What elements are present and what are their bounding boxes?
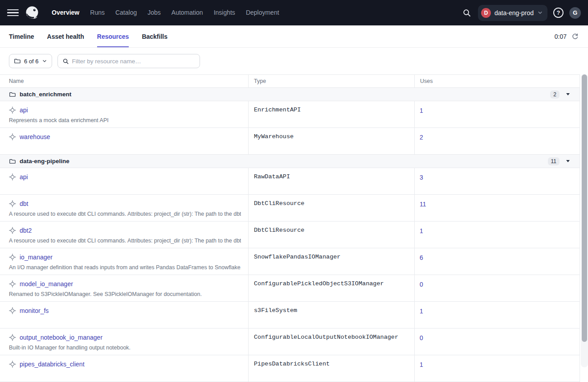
nav-item-overview[interactable]: Overview [46, 0, 85, 25]
nav-item-catalog[interactable]: Catalog [110, 0, 142, 25]
resource-row-monitor-fs: monitor_fss3FileSystem1 [0, 302, 580, 329]
hamburger-menu-icon[interactable] [7, 7, 19, 19]
name-cell: io_managerAn I/O manager definition that… [0, 248, 248, 275]
scrollbar-thumb[interactable] [582, 74, 587, 342]
tab-backfills[interactable]: Backfills [142, 25, 167, 47]
resource-name-link[interactable]: io_manager [20, 254, 53, 261]
table-header: Name Type Uses [0, 75, 580, 88]
resource-search-field [57, 54, 200, 68]
resource-icon [9, 280, 16, 288]
uses-count-link[interactable]: 0 [420, 334, 423, 341]
resource-row-output-notebook-io-manager: output_notebook_io_managerBuilt-in IO Ma… [0, 329, 580, 355]
search-icon [62, 58, 69, 65]
resource-name-link[interactable]: pipes_databricks_client [20, 361, 85, 368]
resource-description: An I/O manager definition that reads inp… [9, 264, 241, 271]
folder-icon [9, 158, 16, 165]
group-label: data-eng-pipeline [20, 158, 69, 164]
resource-name-link[interactable]: output_notebook_io_manager [20, 334, 102, 341]
collapse-caret-icon[interactable] [566, 93, 570, 95]
uses-count-link[interactable]: 1 [420, 361, 423, 368]
resource-row-io-manager: io_managerAn I/O manager definition that… [0, 248, 580, 275]
resource-row-api: apiRepresents a mock data enrichment API… [0, 101, 580, 128]
column-header-name: Name [0, 75, 248, 87]
resource-icon [9, 361, 16, 368]
resource-search-input[interactable] [72, 58, 195, 65]
uses-count-link[interactable]: 11 [420, 201, 426, 208]
resource-icon [9, 107, 16, 114]
deployment-initial-badge: D [481, 8, 491, 18]
name-cell: model_io_managerRenamed to S3PickleIOMan… [0, 275, 248, 301]
nav-item-jobs[interactable]: Jobs [142, 0, 166, 25]
type-cell: MyWarehouse [248, 128, 414, 154]
type-cell: DbtCliResource [248, 222, 414, 248]
resource-name-link[interactable]: api [20, 107, 28, 114]
uses-count-link[interactable]: 1 [420, 227, 423, 234]
name-cell: monitor_fs [0, 302, 248, 328]
resource-name-link[interactable]: dbt2 [20, 227, 32, 234]
type-cell: PipesDatabricksClient [248, 355, 414, 382]
resource-icon [9, 307, 16, 314]
chevron-down-icon [537, 10, 543, 16]
tab-asset-health[interactable]: Asset health [47, 25, 84, 47]
folder-icon [9, 91, 16, 98]
resource-row-pipes-databricks-client: pipes_databricks_clientPipesDatabricksCl… [0, 355, 580, 382]
group-row-data-eng-pipeline[interactable]: data-eng-pipeline11 [0, 155, 580, 168]
uses-cell: 3 [414, 168, 580, 194]
resource-row-dbt: dbtA resource used to execute dbt CLI co… [0, 195, 580, 222]
column-header-type: Type [248, 75, 414, 87]
resource-description: Renamed to S3PickleIOManager. See S3Pick… [9, 291, 241, 297]
name-cell: api [0, 168, 248, 194]
deployment-name: data-eng-prod [494, 9, 534, 16]
primary-nav: OverviewRunsCatalogJobsAutomationInsight… [46, 0, 285, 25]
user-avatar[interactable]: G [569, 7, 581, 19]
type-cell: s3FileSystem [248, 302, 414, 328]
uses-count-link[interactable]: 1 [420, 107, 423, 114]
nav-item-automation[interactable]: Automation [166, 0, 208, 25]
resource-icon [9, 334, 16, 341]
name-cell: dbt2A resource used to execute dbt CLI c… [0, 222, 248, 248]
resource-description: A resource used to execute dbt CLI comma… [9, 211, 241, 217]
help-icon[interactable]: ? [553, 8, 564, 18]
uses-count-link[interactable]: 1 [420, 308, 423, 315]
name-cell: warehouse [0, 128, 248, 154]
resource-name-link[interactable]: model_io_manager [20, 280, 73, 288]
resource-name-link[interactable]: dbt [20, 200, 28, 207]
type-cell: ConfigurableLocalOutputNotebookIOManager [248, 329, 414, 355]
resource-name-link[interactable]: api [20, 173, 28, 181]
uses-count-link[interactable]: 0 [420, 281, 423, 288]
top-nav: OverviewRunsCatalogJobsAutomationInsight… [0, 0, 588, 25]
group-row-batch-enrichment[interactable]: batch_enrichment2 [0, 88, 580, 101]
resource-name-link[interactable]: warehouse [20, 133, 50, 140]
resource-description: Built-in IO Manager for handling output … [9, 345, 241, 351]
resource-description: A resource used to execute dbt CLI comma… [9, 238, 241, 244]
search-icon[interactable] [461, 8, 472, 18]
resource-description: Represents a mock data enrichment API [9, 117, 241, 123]
nav-item-runs[interactable]: Runs [85, 0, 110, 25]
resource-row-api: apiRawDataAPI3 [0, 168, 580, 195]
deployment-switcher[interactable]: D data-eng-prod [478, 5, 547, 21]
refresh-countdown: 0:07 [555, 33, 567, 40]
uses-count-link[interactable]: 3 [420, 174, 423, 181]
filter-toolbar: 6 of 6 [0, 48, 588, 74]
type-cell: DbtCliResource [248, 195, 414, 221]
name-cell: dbtA resource used to execute dbt CLI co… [0, 195, 248, 221]
collapse-caret-icon[interactable] [566, 160, 570, 162]
uses-cell: 0 [414, 329, 580, 355]
column-header-uses: Uses [414, 75, 580, 87]
uses-cell: 1 [414, 302, 580, 328]
type-cell: EnrichmentAPI [248, 101, 414, 127]
group-filter-button[interactable]: 6 of 6 [9, 54, 52, 68]
nav-item-insights[interactable]: Insights [208, 0, 241, 25]
tab-timeline[interactable]: Timeline [9, 25, 34, 47]
uses-cell: 6 [414, 248, 580, 275]
resource-icon [9, 173, 16, 181]
resources-table: Name Type Uses batch_enrichment2apiRepre… [0, 74, 580, 382]
uses-count-link[interactable]: 6 [420, 254, 423, 261]
tab-resources[interactable]: Resources [97, 25, 129, 47]
nav-item-deployment[interactable]: Deployment [241, 0, 285, 25]
dagster-logo-icon[interactable] [24, 5, 40, 21]
resource-name-link[interactable]: monitor_fs [20, 307, 49, 314]
uses-count-link[interactable]: 2 [420, 134, 423, 141]
resource-row-dbt2: dbt2A resource used to execute dbt CLI c… [0, 222, 580, 248]
refresh-icon[interactable] [571, 33, 579, 41]
